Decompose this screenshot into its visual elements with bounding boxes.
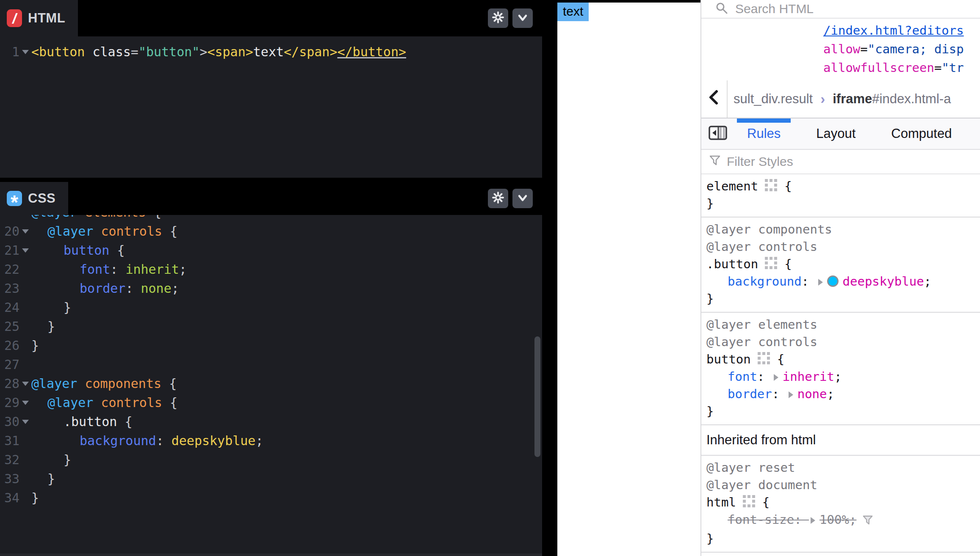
breadcrumb-item-result-div[interactable]: sult_div.result	[734, 91, 813, 107]
property-value[interactable]: deepskyblue	[843, 274, 924, 289]
property-value[interactable]: 100%	[819, 512, 849, 527]
css-code-editor[interactable]: @layer elements {20@layer controls {21bu…	[0, 215, 542, 507]
css-panel-actions	[488, 182, 542, 215]
code-token: :	[156, 433, 172, 448]
code-token: {	[117, 243, 125, 258]
attribute-value[interactable]: "tr	[941, 61, 963, 75]
gear-icon	[492, 191, 504, 206]
line-number: 27	[0, 355, 19, 374]
code-line: 30.button {	[0, 412, 542, 431]
property-name[interactable]: font-size	[728, 512, 794, 527]
chevron-down-icon	[516, 191, 529, 206]
code-token: class	[85, 44, 130, 59]
code-token: }	[47, 471, 55, 486]
code-token: }	[47, 319, 55, 334]
property-name[interactable]: border	[728, 387, 772, 401]
sidebar-toggle-button[interactable]	[701, 118, 734, 149]
fold-arrow-icon[interactable]	[19, 374, 31, 393]
panel-divider-gutter[interactable]	[542, 0, 557, 556]
search-icon	[715, 1, 728, 17]
line-number: 32	[0, 450, 19, 469]
rule-selector[interactable]: element	[706, 179, 758, 193]
breadcrumb-item-iframe[interactable]: iframe#index.html-a	[833, 91, 951, 107]
line-number: 29	[0, 393, 19, 412]
attribute-name[interactable]: allow	[823, 42, 860, 56]
filter-funnel-icon	[709, 154, 721, 169]
html-editor-tab[interactable]: / HTML	[0, 0, 78, 36]
overridden-declaration: font-size: 100%;	[728, 512, 856, 527]
filter-styles-input[interactable]: Filter Styles	[701, 150, 980, 174]
result-preview-pane: text	[557, 0, 700, 556]
code-line: 31background: deepskyblue;	[0, 431, 542, 450]
fold-spacer	[19, 298, 31, 317]
rule-selector-line: html{	[706, 494, 980, 511]
rule-selector[interactable]: .button	[706, 257, 758, 271]
code-token: :	[110, 262, 125, 277]
rule-selector[interactable]: button	[706, 352, 751, 366]
css-editor-tab[interactable]: * CSS	[0, 182, 68, 215]
line-number: 25	[0, 317, 19, 336]
html-settings-button[interactable]	[488, 8, 508, 28]
breadcrumb-separator-icon: ›	[820, 91, 825, 107]
code-token: ;	[179, 262, 187, 277]
fold-arrow-icon[interactable]	[19, 42, 31, 61]
breadcrumb-back-button[interactable]	[701, 80, 728, 118]
code-line: 22font: inherit;	[0, 260, 542, 279]
rule-selector-line: element{	[706, 178, 980, 195]
editor-bottom-edge	[0, 553, 542, 556]
html-collapse-button[interactable]	[512, 8, 533, 28]
css-collapse-button[interactable]	[512, 189, 533, 208]
css-settings-button[interactable]	[488, 189, 508, 208]
css-declaration: font-size: 100%;	[706, 511, 980, 530]
color-swatch[interactable]	[827, 275, 839, 287]
code-token: }	[31, 338, 39, 353]
devtools-search-bar[interactable]: Search HTML	[701, 0, 980, 19]
code-line: 24}	[0, 298, 542, 317]
expand-arrow-icon[interactable]	[774, 374, 778, 381]
code-text: @layer elements {	[31, 215, 161, 222]
tab-rules[interactable]: Rules	[734, 118, 793, 149]
preview-text-button[interactable]: text	[557, 3, 589, 21]
code-token: }	[64, 452, 71, 467]
line-number: 22	[0, 260, 19, 279]
property-name[interactable]: background	[728, 274, 802, 289]
rule-selector[interactable]: html	[706, 495, 736, 509]
code-text: @layer components {	[31, 374, 177, 393]
code-text: button {	[31, 241, 125, 260]
expand-arrow-icon[interactable]	[811, 517, 815, 524]
html-code-editor[interactable]: 1<button class="button"><span>text</span…	[0, 36, 542, 178]
property-value[interactable]: inherit	[783, 369, 834, 384]
property-name[interactable]: font	[728, 369, 757, 384]
dotgrid-icon[interactable]	[758, 352, 770, 365]
rule-ancestor-layer: @layer reset	[706, 459, 980, 476]
fold-spacer	[19, 279, 31, 298]
fold-arrow-icon[interactable]	[19, 222, 31, 241]
code-line: @layer elements {	[0, 215, 542, 222]
expand-arrow-icon[interactable]	[789, 391, 793, 398]
code-token: elements	[85, 215, 154, 220]
css-rule: @layer components@layer controls.button{…	[701, 217, 980, 313]
iframe-src-link[interactable]: /index.html?editors	[823, 23, 964, 38]
dotgrid-icon[interactable]	[743, 495, 756, 508]
search-html-placeholder: Search HTML	[735, 2, 814, 16]
overridden-filter-icon[interactable]	[862, 514, 873, 528]
code-line: 25}	[0, 317, 542, 336]
markup-view[interactable]: /index.html?editorsallow="camera; dispal…	[701, 19, 980, 80]
css-editor-scrollbar[interactable]	[534, 336, 540, 457]
dotgrid-icon[interactable]	[765, 257, 778, 270]
dotgrid-icon[interactable]	[765, 179, 778, 192]
code-token: font	[80, 262, 110, 277]
tab-computed[interactable]: Computed	[878, 118, 964, 149]
fold-arrow-icon[interactable]	[19, 241, 31, 260]
attribute-name[interactable]: allowfullscreen	[823, 61, 934, 75]
line-number: 21	[0, 241, 19, 260]
fold-arrow-icon[interactable]	[19, 412, 31, 431]
code-token: </span>	[284, 44, 337, 59]
property-value[interactable]: none	[797, 387, 827, 401]
expand-arrow-icon[interactable]	[818, 279, 823, 286]
rules-panel: element{}@layer components@layer control…	[701, 174, 980, 553]
code-token: }	[31, 490, 39, 505]
tab-layout[interactable]: Layout	[803, 118, 868, 149]
fold-arrow-icon[interactable]	[19, 393, 31, 412]
attribute-value[interactable]: "camera; disp	[868, 42, 964, 56]
